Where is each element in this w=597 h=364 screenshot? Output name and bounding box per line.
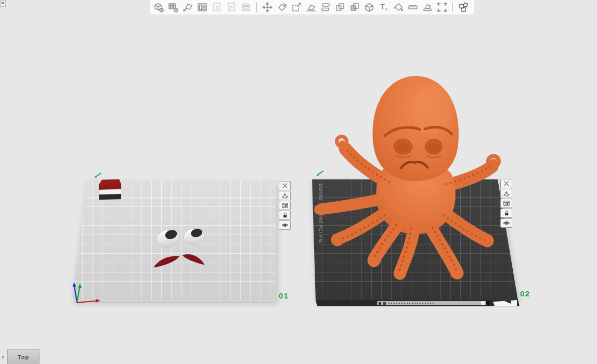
layers-icon bbox=[240, 1, 252, 14]
plate-1-controls bbox=[279, 181, 291, 230]
plate-settings-icon[interactable] bbox=[279, 201, 291, 210]
edit-plate-icon[interactable] bbox=[279, 191, 291, 200]
svg-text:P: P bbox=[230, 5, 233, 10]
axis-gizmo bbox=[68, 281, 104, 306]
view-cube-top-face[interactable]: Top bbox=[7, 349, 40, 364]
svg-text:T: T bbox=[380, 3, 385, 11]
rotate-icon[interactable] bbox=[276, 1, 288, 14]
delete-plate-icon[interactable] bbox=[279, 181, 291, 190]
svg-text:0: 0 bbox=[215, 5, 218, 10]
plate-2-controls bbox=[500, 179, 512, 228]
page-0-icon: 0 bbox=[211, 1, 223, 14]
window-fragment bbox=[0, 0, 6, 7]
toggle-visibility-icon[interactable] bbox=[500, 218, 512, 228]
page-p-icon: P bbox=[225, 1, 238, 14]
support-paint-icon[interactable] bbox=[436, 1, 448, 14]
split-to-objects-icon[interactable] bbox=[319, 1, 332, 14]
delete-plate-icon[interactable] bbox=[500, 179, 512, 188]
lock-plate-icon[interactable] bbox=[279, 211, 291, 220]
seam-paint-icon[interactable] bbox=[421, 1, 434, 14]
toolbar-separator bbox=[452, 3, 453, 12]
color-paint-icon[interactable] bbox=[392, 1, 405, 14]
measure-icon[interactable] bbox=[407, 1, 419, 14]
add-plate-icon[interactable] bbox=[167, 1, 179, 14]
model-striped-box[interactable] bbox=[96, 177, 125, 203]
model-face-parts[interactable] bbox=[148, 221, 211, 278]
text-icon[interactable]: Ta bbox=[378, 1, 390, 14]
lay-flat-icon[interactable] bbox=[305, 1, 317, 14]
model-eyeball-left[interactable] bbox=[155, 228, 180, 249]
edit-plate-icon[interactable] bbox=[500, 189, 512, 198]
viewcube-z-axis-label: z bbox=[2, 355, 4, 360]
model-eyebrow-right[interactable] bbox=[183, 254, 204, 265]
model-octopus[interactable] bbox=[312, 73, 520, 307]
assembly-view-icon[interactable] bbox=[457, 1, 470, 14]
model-eyebrow-left[interactable] bbox=[154, 256, 179, 267]
plate-2-number: 02 bbox=[520, 289, 530, 298]
svg-text:a: a bbox=[385, 7, 388, 11]
move-icon[interactable] bbox=[261, 1, 274, 14]
edit-plate-name-icon[interactable] bbox=[316, 169, 325, 176]
split-to-parts-icon[interactable] bbox=[334, 1, 346, 14]
model-eyeball-right[interactable] bbox=[183, 227, 205, 246]
plate-settings-icon[interactable] bbox=[500, 199, 512, 208]
plate-1-number: 01 bbox=[279, 291, 289, 300]
mesh-boolean-icon[interactable] bbox=[348, 1, 361, 14]
toolbar-separator bbox=[256, 3, 257, 12]
main-toolbar: 0 P Ta bbox=[150, 0, 474, 15]
toggle-visibility-icon[interactable] bbox=[279, 220, 291, 230]
view-cube-label: Top bbox=[18, 354, 29, 360]
add-model-icon[interactable] bbox=[152, 1, 165, 14]
scale-icon[interactable] bbox=[290, 1, 303, 14]
auto-orient-icon[interactable] bbox=[181, 1, 194, 14]
variable-layer-height-icon[interactable] bbox=[363, 1, 375, 14]
lock-plate-icon[interactable] bbox=[500, 209, 512, 218]
arrange-icon[interactable] bbox=[196, 1, 209, 14]
